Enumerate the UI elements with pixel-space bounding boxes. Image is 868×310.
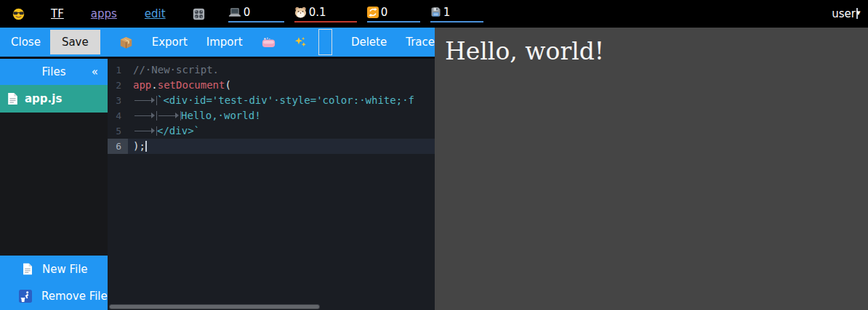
line-code: </div>` xyxy=(128,123,200,139)
sparkles-icon[interactable] xyxy=(294,36,307,49)
new-file-label: New File xyxy=(42,263,88,276)
code-token: Hello,·world! xyxy=(181,110,261,121)
code-token: setDocument xyxy=(158,79,225,91)
code-line[interactable]: 3`<div·id='test-div'·style='color:·white… xyxy=(108,93,435,108)
remove-file-icon xyxy=(19,290,32,303)
package-icon[interactable] xyxy=(119,36,133,49)
floppy-icon xyxy=(430,7,441,17)
user-menu-label: user xyxy=(832,7,856,20)
laptop-stat[interactable]: 0 xyxy=(228,6,284,23)
file-actions-panel: New File xyxy=(0,256,108,310)
line-number: 4 xyxy=(108,108,128,123)
refresh-stat-value: 0 xyxy=(381,6,388,19)
user-menu[interactable]: user ▾ xyxy=(832,7,858,20)
code-token: app xyxy=(133,79,151,91)
preview-pane: Hello, world! xyxy=(435,28,868,310)
soap-icon[interactable] xyxy=(262,37,276,48)
line-code: Hello,·world! xyxy=(128,108,261,123)
code-line[interactable]: 6); xyxy=(108,139,435,154)
toolbar: Close Save Export Import xyxy=(0,28,435,57)
code-token: . xyxy=(151,79,157,91)
preview-heading: Hello, world! xyxy=(445,37,868,65)
blank-button[interactable] xyxy=(318,29,332,55)
new-file-button[interactable]: New File xyxy=(0,256,108,283)
collapse-sidebar-button[interactable]: « xyxy=(92,65,98,78)
line-code: ); xyxy=(128,139,147,154)
export-button[interactable]: Export xyxy=(152,36,188,49)
hamster-stat-value: 0.1 xyxy=(309,6,326,19)
tab-arrow-icon xyxy=(133,126,157,136)
file-name: app.js xyxy=(25,92,62,105)
chevron-down-icon: ▾ xyxy=(856,8,858,19)
line-number: 1 xyxy=(108,62,128,78)
app-screen: TF apps edit xyxy=(0,0,868,310)
line-code: app.setDocument( xyxy=(128,78,231,93)
code-line[interactable]: 1//·New·script. xyxy=(108,62,435,78)
tab-arrow-icon xyxy=(133,96,157,105)
code-token: ); xyxy=(133,140,145,152)
code-token: ( xyxy=(225,79,230,91)
code-editor[interactable]: 1//·New·script.2app.setDocument(3`<div·i… xyxy=(108,59,435,310)
laptop-stat-value: 0 xyxy=(244,6,251,19)
hamster-stat[interactable]: 0.1 xyxy=(294,6,357,23)
remove-file-button[interactable]: Remove File xyxy=(0,283,108,310)
tab-arrow-icon xyxy=(133,111,157,121)
horizontal-scrollbar[interactable] xyxy=(110,305,319,309)
top-bar: TF apps edit xyxy=(0,0,868,28)
new-file-icon xyxy=(23,263,33,275)
line-number: 5 xyxy=(108,123,128,139)
sidebar: Files « app.js xyxy=(0,59,108,310)
status-counters: 0 0.1 xyxy=(228,6,483,23)
floppy-stat[interactable]: 1 xyxy=(430,6,483,23)
text-cursor xyxy=(145,141,147,152)
tf-link[interactable]: TF xyxy=(51,7,64,20)
close-button[interactable]: Close xyxy=(11,36,41,49)
refresh-icon xyxy=(367,7,379,18)
code-token: </div>` xyxy=(157,125,200,136)
sidebar-empty-area xyxy=(0,113,108,256)
code-line[interactable]: 2app.setDocument( xyxy=(108,78,435,93)
line-code: //·New·script. xyxy=(128,62,219,78)
import-button[interactable]: Import xyxy=(206,36,243,49)
code-line[interactable]: 5</div>` xyxy=(108,123,435,139)
tab-arrow-icon xyxy=(157,111,181,121)
line-number: 3 xyxy=(108,93,128,108)
document-icon xyxy=(7,92,18,105)
edit-link[interactable]: edit xyxy=(145,7,166,20)
delete-button[interactable]: Delete xyxy=(351,36,387,49)
trace-button[interactable]: Trace xyxy=(406,36,435,49)
code-token: `<div·id='test-div'·style='color:·white;… xyxy=(157,94,414,106)
code-area: 1//·New·script.2app.setDocument(3`<div·i… xyxy=(108,62,435,154)
control-knobs-icon[interactable] xyxy=(193,8,205,20)
files-panel-header: Files « xyxy=(0,59,108,85)
refresh-stat[interactable]: 0 xyxy=(367,6,420,23)
laptop-icon xyxy=(228,7,241,17)
files-panel-title: Files xyxy=(42,65,66,78)
code-token: //·New·script. xyxy=(133,64,219,76)
line-code: `<div·id='test-div'·style='color:·white;… xyxy=(128,93,414,108)
floppy-stat-value: 1 xyxy=(443,6,451,19)
line-number: 2 xyxy=(108,78,128,93)
remove-file-label: Remove File xyxy=(41,290,108,303)
line-number: 6 xyxy=(108,139,128,154)
code-line[interactable]: 4Hello,·world! xyxy=(108,108,435,123)
editor-app: Close Save Export Import xyxy=(0,28,435,310)
apps-link[interactable]: apps xyxy=(91,7,117,20)
sunglasses-face-icon[interactable] xyxy=(12,8,25,20)
file-list-item-appjs[interactable]: app.js xyxy=(0,85,108,113)
save-button[interactable]: Save xyxy=(50,30,100,54)
workspace: Files « app.js xyxy=(0,57,435,310)
hamster-icon xyxy=(294,7,307,18)
